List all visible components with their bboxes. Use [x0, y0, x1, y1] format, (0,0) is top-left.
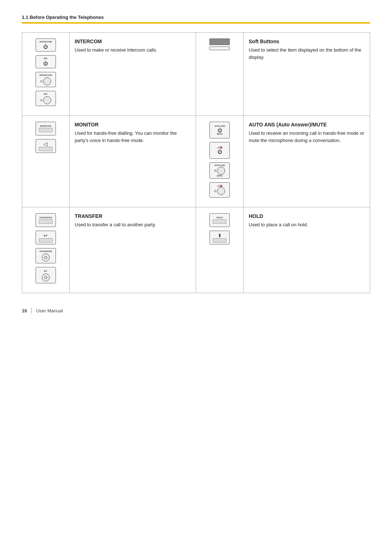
gold-divider: [22, 22, 370, 24]
monitor-desc-cell: MONITOR Used for hands-free dialling. Yo…: [69, 116, 196, 207]
soft-buttons-icons-cell: [196, 33, 244, 116]
hold-btn-2: ⬆: [201, 231, 238, 244]
auto-ans-btn-2: 🎤/🔇 ⏻: [201, 142, 238, 159]
soft-btn-display: [201, 39, 238, 50]
transfer-icons-cell: TRANSFER ↩ TRANSFER: [22, 207, 70, 293]
curved-arrow-icon-2: ↩: [44, 269, 47, 274]
hold-rect-inner-2: [213, 238, 226, 243]
auto-ans-title: AUTO ANS (Auto Answer)/MUTE: [249, 122, 365, 127]
monitor-rect-inner: [39, 128, 53, 132]
auto-ans-btn-3: AUTO ANS MUTE: [201, 162, 238, 179]
hold-btn-1: HOLD: [201, 213, 238, 227]
hold-desc-cell: HOLD Used to place a call on hold.: [244, 207, 370, 293]
monitor-icons-cell: MONITOR ◁: [22, 116, 70, 207]
monitor-btn-2: ◁: [27, 139, 64, 153]
transfer-rect-inner: [39, 219, 53, 224]
curved-arrow-icon: ↩: [44, 233, 48, 238]
auto-ans-btn-1: AUTO ANS ⏻ MUTE: [201, 122, 238, 138]
transfer-rect-inner-2: [39, 238, 53, 243]
hold-title: HOLD: [249, 213, 365, 219]
transfer-btn-2: ↩: [27, 231, 64, 244]
page-number: 16: [22, 308, 27, 313]
intercom-icons-cell: INTERCOM ⏻ INT ⏻ INTERCOM: [22, 33, 70, 116]
auto-ans-circle: [217, 167, 225, 175]
soft-buttons-desc-cell: Soft Buttons Used to select the item dis…: [244, 33, 370, 116]
auto-ans-desc: Used to receive an incoming call in hand…: [249, 130, 365, 144]
intercom-desc-cell: INTERCOM Used to make or receive interco…: [69, 33, 196, 116]
transfer-btn-1: TRANSFER: [27, 213, 64, 227]
monitor-desc: Used for hands-free dialling. You can mo…: [75, 130, 191, 144]
footer-divider: [31, 308, 32, 313]
led-indicator-2: [40, 99, 42, 101]
led-indicator: [40, 80, 42, 82]
intercom-desc: Used to make or receive intercom calls.: [75, 46, 191, 54]
soft-buttons-desc: Used to select the item displayed on the…: [249, 46, 365, 61]
transfer-title: TRANSFER: [75, 213, 191, 219]
auto-ans-led: [214, 170, 216, 172]
transfer-desc: Used to transfer a call to another party…: [75, 221, 191, 228]
soft-btn-light-1: [209, 46, 230, 50]
auto-ans-btn-4: 🎤/🔇: [201, 182, 238, 198]
footer-label: User Manual: [36, 308, 63, 313]
page-footer: 16 User Manual: [22, 308, 370, 313]
transfer-dot: [44, 256, 47, 259]
mute-circle: [217, 187, 225, 195]
intercom-btn-4: INT: [27, 91, 64, 106]
intercom-btn-3: INTERCOM: [27, 72, 64, 87]
transfer-dot-2: [44, 276, 47, 279]
section-heading: 1.1 Before Operating the Telephones: [22, 15, 370, 20]
transfer-btn-4: ↩: [27, 267, 64, 283]
speaker-symbol: ◁: [44, 141, 48, 147]
hold-icons-cell: HOLD ⬆: [196, 207, 244, 293]
transfer-circle: [42, 254, 50, 262]
intercom-btn-2: INT ⏻: [27, 55, 64, 68]
hold-desc: Used to place a call on hold.: [249, 221, 365, 228]
monitor-rect-inner-2: [39, 147, 53, 151]
feature-table: INTERCOM ⏻ INT ⏻ INTERCOM: [22, 32, 370, 293]
hold-rect-inner: [213, 219, 226, 224]
hold-arrow-icon: ⬆: [218, 233, 222, 238]
transfer-desc-cell: TRANSFER Used to transfer a call to anot…: [69, 207, 196, 293]
transfer-btn-3: TRANSFER: [27, 248, 64, 263]
intercom-circle: [43, 77, 51, 85]
mute-led: [214, 190, 216, 192]
intercom-title: INTERCOM: [75, 39, 191, 44]
soft-buttons-title: Soft Buttons: [249, 39, 365, 44]
monitor-title: MONITOR: [75, 122, 191, 127]
auto-ans-desc-cell: AUTO ANS (Auto Answer)/MUTE Used to rece…: [244, 116, 370, 207]
auto-ans-icons-cell: AUTO ANS ⏻ MUTE 🎤/🔇 ⏻ AUTO ANS: [196, 116, 244, 207]
monitor-btn-1: MONITOR: [27, 122, 64, 135]
int-circle: [43, 96, 51, 104]
transfer-circle-2: [42, 274, 50, 281]
intercom-btn-1: INTERCOM ⏻: [27, 39, 64, 52]
soft-display-dark: [209, 39, 230, 45]
